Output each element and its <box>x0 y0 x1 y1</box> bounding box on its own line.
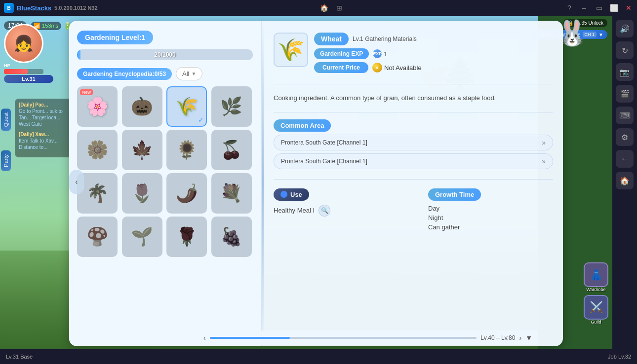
close-btn[interactable]: ✕ <box>624 3 633 12</box>
back-btn[interactable]: ← <box>616 150 634 168</box>
slider-right-arrow[interactable]: › <box>519 334 521 342</box>
home-side-btn[interactable]: 🏠 <box>616 172 634 189</box>
location-item-0[interactable]: Prontera South Gate [Channel 1]» <box>274 135 553 150</box>
item-cell-11[interactable]: 💐 <box>211 173 252 214</box>
divider-1 <box>274 84 553 84</box>
filter-all-btn[interactable]: All ▼ <box>176 67 202 80</box>
gardening-level-badge: Gardening Level:1 <box>77 31 153 44</box>
use-btn[interactable]: Use <box>274 188 309 201</box>
help-icon[interactable]: ? <box>565 3 574 12</box>
growth-time-list: DayNightCan gather <box>428 205 553 231</box>
item-emoji-3: 🌿 <box>220 96 242 117</box>
home-icon[interactable]: 🏠 <box>320 4 328 12</box>
nav-arrow-left[interactable]: ‹ <box>69 170 84 194</box>
party-side-btn[interactable]: Party <box>1 150 11 171</box>
player-level-badge: Lv.31 <box>4 75 53 83</box>
current-price-label: Current Price <box>314 62 368 73</box>
item-cell-14[interactable]: 🌹 <box>166 217 207 257</box>
item-emoji-8: 🌴 <box>86 183 109 204</box>
item-cell-1[interactable]: 🎃 <box>122 86 162 127</box>
item-cell-7[interactable]: 🍒 <box>211 130 252 170</box>
item-cell-6[interactable]: 🌻 <box>166 130 207 170</box>
slider-left-arrow[interactable]: ‹ <box>203 334 206 342</box>
item-emoji-15: 🍇 <box>220 226 242 247</box>
layout-icon[interactable]: ⊞ <box>336 4 342 12</box>
quest-1-text: Go to Pront... talk to Tan... Target loc… <box>19 108 70 127</box>
minimize-btn[interactable]: ▭ <box>595 3 603 12</box>
price-text: Not Available <box>384 64 422 72</box>
titlebar: B BlueStacks 5.0.200.1012 N32 🏠 ⊞ ? – ▭ … <box>0 0 637 16</box>
exp-icon: EXP <box>373 49 382 58</box>
item-cell-5[interactable]: 🍁 <box>122 130 162 170</box>
item-emoji-9: 🌷 <box>131 183 153 204</box>
current-price-value: ¢ Not Available <box>372 63 422 73</box>
quest-side-btn[interactable]: Quest <box>1 109 11 131</box>
slider-label: Lv.40 – Lv.80 <box>480 334 515 341</box>
divider-2 <box>274 112 553 112</box>
settings-icon[interactable]: – <box>580 3 589 12</box>
slider-track[interactable] <box>210 337 477 339</box>
item-emoji-6: 🌻 <box>176 140 198 160</box>
divider-3 <box>274 179 553 180</box>
avatar-sprite: 👧 <box>14 34 34 53</box>
app-logo: B BlueStacks 5.0.200.1012 N32 <box>4 3 98 13</box>
bottom-bar-left: Lv.31 Base <box>6 354 608 360</box>
item-emoji-4: 🌼 <box>86 140 109 160</box>
wardrobe-label: Wardrobe <box>586 287 605 292</box>
item-emoji-5: 🍁 <box>131 140 153 160</box>
current-price-row: Current Price ¢ Not Available <box>314 62 553 73</box>
location-text-0: Prontera South Gate [Channel 1] <box>281 139 367 146</box>
video-btn[interactable]: 🎬 <box>616 85 634 103</box>
item-emoji-10: 🌶️ <box>176 183 198 204</box>
use-btn-icon <box>280 191 287 198</box>
volume-btn[interactable]: 🔊 <box>616 20 634 37</box>
common-area-label: Common Area <box>274 119 331 132</box>
bottom-bar-right: Job Lv.32 <box>608 354 631 360</box>
item-cell-12[interactable]: 🍄 <box>77 217 118 257</box>
search-btn[interactable]: 🔍 <box>318 205 330 217</box>
bs-sidebar: 🔊 ↻ 📷 🎬 ⌨ ⚙ ← 🏠 <box>612 16 637 349</box>
quest-1-title: [Daily] Pac... <box>19 102 70 108</box>
encyclopedia-badge: Gardening Encyclopedia:0/53 <box>77 68 172 80</box>
exp-bar-container: 20/1000 <box>77 49 253 60</box>
screenshot-btn[interactable]: 📷 <box>616 63 634 81</box>
character-avatar[interactable]: 👧 HP Lv.31 <box>4 24 53 73</box>
slider-down-arrow[interactable]: ▼ <box>525 334 532 342</box>
exp-value-text: 1 <box>384 50 387 58</box>
item-emoji-2: 🌾 <box>176 96 198 117</box>
bottom-slider-bar: ‹ Lv.40 – Lv.80 › ▼ <box>198 330 538 345</box>
growth-time-btn: Growth Time <box>428 188 481 201</box>
keyboard-btn[interactable]: ⌨ <box>616 107 634 124</box>
item-cell-9[interactable]: 🌷 <box>122 173 162 214</box>
quest-item-1[interactable]: [Daily] Pac... Go to Pront... talk to Ta… <box>19 102 70 127</box>
maximize-btn[interactable]: ⬜ <box>609 3 618 12</box>
settings-side-btn[interactable]: ⚙ <box>616 128 634 146</box>
item-cell-4[interactable]: 🌼 <box>77 130 118 170</box>
item-description: Cooking ingredient. A common type of gra… <box>274 91 553 105</box>
common-area-section: Common Area Prontera South Gate [Channel… <box>274 119 553 172</box>
item-cell-3[interactable]: 🌿 <box>211 86 252 127</box>
app-version: 5.0.200.1012 N32 <box>54 5 97 11</box>
exp-bar-fill <box>77 49 80 60</box>
location-item-1[interactable]: Prontera South Gate [Channel 1]» <box>274 153 553 169</box>
item-emoji-large: 🌾 <box>278 37 305 63</box>
quest-2-title: [Daily] Xaw... <box>19 131 70 138</box>
item-cell-10[interactable]: 🌶️ <box>166 173 207 214</box>
game-right-buttons: 👗 Wardrobe ⚔️ Guild <box>584 262 608 325</box>
filter-dropdown-icon: ▼ <box>192 71 197 76</box>
wardrobe-btn[interactable]: 👗 Wardrobe <box>584 262 608 292</box>
item-cell-2[interactable]: 🌾✓ <box>166 86 207 127</box>
item-cell-13[interactable]: 🌱 <box>122 217 162 257</box>
rotate-btn[interactable]: ↻ <box>616 41 634 59</box>
location-text-1: Prontera South Gate [Channel 1] <box>281 158 367 165</box>
item-cell-15[interactable]: 🍇 <box>211 217 252 257</box>
titlebar-center: 🏠 ⊞ <box>98 4 565 12</box>
location-arrow-1: » <box>542 157 546 165</box>
guild-btn[interactable]: ⚔️ Guild <box>584 295 608 325</box>
quest-item-2[interactable]: [Daily] Xaw... Item Talk to Xav... Dista… <box>19 131 70 150</box>
use-growth-row: Use Healthy Meal I 🔍 Growth Time DayNigh… <box>274 188 553 231</box>
encyclopedia-header: Gardening Encyclopedia:0/53 All ▼ <box>77 67 253 80</box>
item-emoji-0: 🌸 <box>86 96 109 117</box>
item-header: 🌾 Wheat Lv.1 Gathering Materials Gardeni… <box>274 33 553 73</box>
item-cell-0[interactable]: 🌸 <box>77 86 118 127</box>
